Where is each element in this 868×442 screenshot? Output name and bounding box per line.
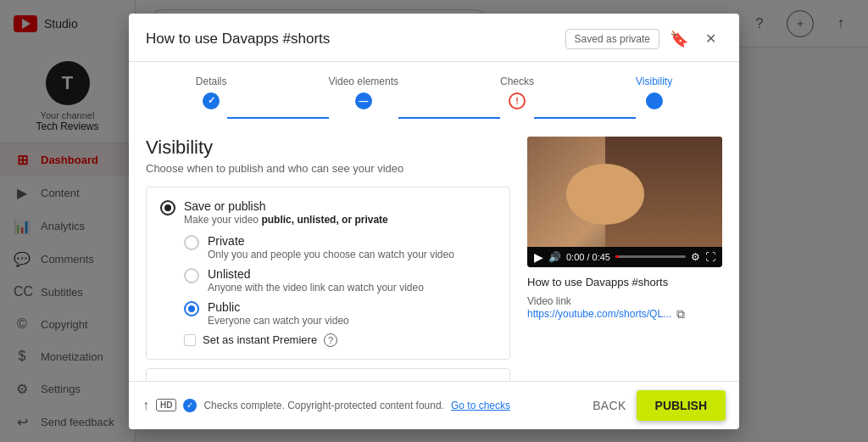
video-title: How to use Davapps #shorts (527, 276, 722, 288)
unlisted-radio[interactable] (184, 268, 199, 283)
private-desc: Only you and people you choose can watch… (208, 249, 496, 260)
go-to-checks-link[interactable]: Go to checks (451, 400, 510, 411)
unlisted-option-row: Unlisted Anyone with the video link can … (184, 267, 496, 294)
step-checks: Checks ! (500, 76, 534, 109)
modal-left-panel: Visibility Choose when to publish and wh… (146, 137, 510, 367)
sub-options: Private Only you and people you choose c… (184, 234, 496, 327)
modal-body: Visibility Choose when to publish and wh… (129, 123, 739, 381)
footer-right: BACK PUBLISH (593, 390, 726, 421)
footer-left: ↑ HD ✓ Checks complete. Copyright-protec… (142, 398, 510, 413)
step-visibility-circle (646, 92, 663, 109)
step-video-elements-label: Video elements (329, 76, 399, 87)
radio-inner-public (188, 305, 195, 312)
step-checks-circle: ! (509, 92, 526, 109)
step-video-elements-circle: — (355, 92, 372, 109)
visibility-subtitle: Choose when to publish and who can see y… (146, 162, 510, 175)
video-controls: ▶ 🔊 0:00 / 0:45 ⚙ ⛶ (527, 247, 722, 267)
step-details-label: Details (196, 76, 227, 87)
step-video-elements: Video elements — (329, 76, 399, 109)
save-publish-text: Save or publish Make your video public, … (184, 199, 496, 226)
public-radio[interactable] (184, 301, 199, 316)
modal-footer: ↑ HD ✓ Checks complete. Copyright-protec… (129, 381, 739, 429)
video-thumbnail (527, 137, 722, 247)
public-option-row: Public Everyone can watch your video (184, 300, 496, 327)
unlisted-label: Unlisted (208, 267, 496, 281)
saved-as-private-badge: Saved as private (565, 29, 659, 49)
save-publish-label: Save or publish (184, 199, 496, 213)
stepper: Details ✓ Video elements — Checks ! Visi… (129, 62, 739, 123)
private-option-row: Private Only you and people you choose c… (184, 234, 496, 260)
unlisted-text: Unlisted Anyone with the video link can … (208, 267, 496, 294)
time-display: 0:00 / 0:45 (566, 252, 610, 262)
fullscreen-button[interactable]: ⛶ (705, 251, 715, 263)
save-publish-desc-prefix: Make your video (184, 214, 261, 226)
copy-link-button[interactable]: ⧉ (676, 307, 685, 322)
checks-text: Checks complete. Copyright-protected con… (203, 400, 444, 411)
save-publish-radio[interactable] (160, 200, 175, 215)
schedule-card: Schedule (146, 368, 510, 381)
save-publish-option-row: Save or publish Make your video public, … (160, 199, 496, 226)
video-preview: ▶ 🔊 0:00 / 0:45 ⚙ ⛶ (527, 137, 722, 267)
video-link-section: Video link https://youtube.com/shorts/QL… (527, 295, 722, 322)
step-line-2 (398, 117, 500, 119)
private-label: Private (208, 234, 496, 248)
save-or-publish-card: Save or publish Make your video public, … (146, 187, 510, 360)
public-label: Public (208, 300, 496, 314)
visibility-title: Visibility (146, 137, 510, 159)
video-link-url[interactable]: https://youtube.com/shorts/QL... (527, 308, 671, 320)
close-button[interactable]: ✕ (698, 27, 722, 51)
step-visibility-label: Visibility (636, 76, 672, 87)
step-details: Details ✓ (196, 76, 227, 109)
step-details-circle: ✓ (203, 92, 220, 109)
video-link-label: Video link (527, 295, 722, 307)
step-line-1 (227, 117, 329, 119)
play-button[interactable]: ▶ (534, 250, 543, 264)
checks-complete-icon: ✓ (183, 399, 197, 412)
modal-dialog: How to use Davapps #shorts Saved as priv… (129, 14, 739, 429)
back-button[interactable]: BACK (593, 399, 626, 412)
modal-header-right: Saved as private 🔖 ✕ (565, 27, 722, 51)
upload-status-icon: ↑ (142, 398, 149, 413)
video-link-row: https://youtube.com/shorts/QL... ⧉ (527, 307, 722, 322)
unlisted-desc: Anyone with the video link can watch you… (208, 282, 496, 294)
step-line-3 (534, 117, 636, 119)
modal-header: How to use Davapps #shorts Saved as priv… (129, 14, 739, 62)
radio-inner (164, 204, 171, 211)
progress-fill (615, 255, 619, 258)
instant-premiere-row: Set as instant Premiere ? (184, 333, 496, 347)
instant-premiere-checkbox[interactable] (184, 334, 196, 346)
step-checks-label: Checks (500, 76, 534, 87)
public-text: Public Everyone can watch your video (208, 300, 496, 327)
hd-badge: HD (156, 399, 176, 411)
modal-title: How to use Davapps #shorts (146, 31, 330, 48)
private-radio[interactable] (184, 235, 199, 250)
publish-button[interactable]: PUBLISH (637, 390, 726, 421)
save-publish-desc: Make your video public, unlisted, or pri… (184, 214, 496, 226)
step-visibility: Visibility (636, 76, 672, 109)
bookmark-icon[interactable]: 🔖 (670, 30, 688, 48)
modal-right-panel: ▶ 🔊 0:00 / 0:45 ⚙ ⛶ How to use Davapps #… (527, 137, 722, 367)
instant-premiere-help-icon[interactable]: ? (324, 333, 337, 347)
progress-bar[interactable] (615, 255, 686, 258)
modal-overlay: How to use Davapps #shorts Saved as priv… (0, 0, 868, 442)
save-publish-desc-emphasis: public, unlisted, or private (261, 214, 387, 226)
private-text: Private Only you and people you choose c… (208, 234, 496, 260)
instant-premiere-label: Set as instant Premiere (203, 333, 317, 346)
volume-button[interactable]: 🔊 (548, 251, 561, 263)
public-desc: Everyone can watch your video (208, 315, 496, 327)
video-settings-button[interactable]: ⚙ (691, 251, 700, 263)
